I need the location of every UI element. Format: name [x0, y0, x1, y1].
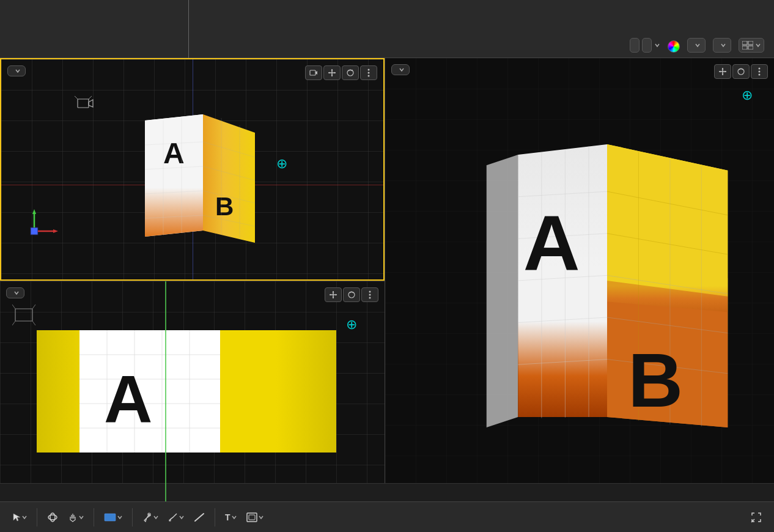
pen-tool-button[interactable] [140, 510, 161, 525]
front-label-dropdown[interactable] [6, 287, 24, 298]
view-button[interactable] [713, 38, 731, 53]
svg-point-5 [347, 70, 353, 76]
svg-line-40 [32, 321, 35, 325]
annotation-line [188, 0, 189, 58]
persp-more-icon [758, 67, 761, 76]
toolbar-divider-2 [94, 508, 94, 526]
camera-icon-button[interactable] [305, 65, 322, 80]
camera-3d-icon [75, 93, 96, 114]
select-tool-button[interactable] [10, 511, 29, 524]
top-bar [0, 0, 774, 58]
svg-rect-38 [15, 309, 32, 321]
persp-move-button[interactable] [714, 64, 731, 79]
orbit-tool-button[interactable] [45, 509, 61, 525]
svg-rect-0 [742, 41, 747, 45]
front-chevron-icon [14, 290, 19, 295]
front-more-icon [369, 290, 371, 299]
pan-chevron-icon [79, 515, 84, 520]
svg-rect-4 [310, 70, 315, 75]
frame-tool-button[interactable] [244, 510, 266, 525]
viewport-camera2[interactable]: A B [0, 58, 385, 281]
camera-widget-object [75, 93, 96, 117]
render-chevron-icon [695, 43, 700, 48]
more-options-button[interactable] [360, 65, 377, 80]
frame-icon [246, 512, 257, 522]
color-picker-button[interactable] [668, 40, 680, 53]
svg-line-87 [195, 514, 204, 521]
svg-marker-20 [203, 114, 255, 243]
viewport-front[interactable]: ⊕ [0, 281, 385, 501]
paint-tool-button[interactable] [166, 510, 186, 525]
front-scene-svg: A [37, 324, 336, 459]
svg-point-54 [738, 68, 744, 75]
main-content: A B [0, 58, 774, 501]
move-icon-button[interactable] [323, 65, 341, 80]
toolbar-divider-3 [132, 508, 133, 526]
layout-button[interactable] [739, 38, 764, 53]
orbit-icon [346, 68, 355, 77]
render-button[interactable] [687, 38, 706, 53]
frame-chevron-icon [259, 515, 264, 520]
persp-orbit-button[interactable] [732, 64, 750, 79]
front-orbit-button[interactable] [343, 287, 360, 302]
svg-line-41 [12, 305, 15, 309]
paint-brush-icon [168, 512, 178, 522]
persp-more-button[interactable] [751, 64, 768, 79]
orbit-icon-button[interactable] [342, 65, 359, 80]
svg-marker-18 [145, 114, 203, 237]
front-green-axis [165, 281, 166, 501]
front-move-icon [329, 290, 337, 299]
perspective-3d-scene: A B [434, 95, 743, 477]
persp-orbit-icon [737, 67, 745, 76]
svg-rect-88 [247, 513, 257, 522]
zoom-out-icon [751, 512, 762, 523]
svg-point-82 [48, 515, 57, 520]
svg-line-42 [32, 305, 35, 309]
fit-value[interactable] [642, 38, 652, 53]
svg-rect-1 [748, 41, 753, 45]
zoom-fit-button[interactable] [748, 509, 764, 525]
svg-point-8 [368, 75, 370, 77]
front-view-scene: A [37, 324, 336, 459]
front-more-button[interactable] [361, 287, 378, 302]
paint-chevron-icon [179, 515, 184, 520]
perspective-scene-svg: A B [434, 95, 743, 477]
rect-tool-button[interactable] [101, 510, 125, 525]
front-orbit-icon [347, 290, 356, 299]
orbit-ring-icon [47, 512, 58, 523]
svg-marker-16 [53, 229, 58, 233]
move-icon [328, 68, 336, 77]
select-arrow-icon [12, 513, 21, 522]
fit-chevron-icon [654, 42, 660, 48]
rect-chevron-icon [117, 515, 122, 520]
svg-line-10 [75, 96, 78, 99]
svg-text:A: A [523, 199, 580, 287]
text-tool-button[interactable]: T [223, 510, 239, 525]
gizmo-svg [26, 206, 59, 240]
toolbar-divider-1 [37, 508, 37, 526]
camera2-label-dropdown[interactable] [7, 65, 26, 76]
front-move-button[interactable] [325, 287, 342, 302]
line-tool-button[interactable] [191, 510, 207, 525]
camera2-controls [305, 65, 377, 80]
panels-camera-svg: A B [108, 108, 279, 279]
svg-rect-84 [105, 514, 116, 521]
svg-rect-12 [31, 227, 38, 235]
svg-point-55 [759, 68, 761, 70]
svg-point-86 [169, 519, 171, 522]
more-vertical-icon [367, 68, 370, 77]
svg-rect-3 [748, 46, 753, 50]
perspective-controls [714, 64, 768, 79]
svg-marker-14 [32, 209, 36, 214]
svg-point-35 [369, 291, 371, 293]
pen-icon [142, 512, 152, 522]
pan-tool-button[interactable] [65, 510, 86, 525]
viewport-perspective[interactable]: ⊕ [385, 58, 774, 501]
svg-point-6 [368, 69, 370, 71]
svg-text:A: A [104, 361, 152, 436]
rect-shape-icon [104, 512, 116, 522]
pen-chevron-icon [153, 515, 158, 520]
camera-crosshair-icon: ⊕ [276, 157, 287, 171]
perspective-label-dropdown[interactable] [391, 64, 410, 75]
pan-hand-icon [68, 512, 78, 522]
